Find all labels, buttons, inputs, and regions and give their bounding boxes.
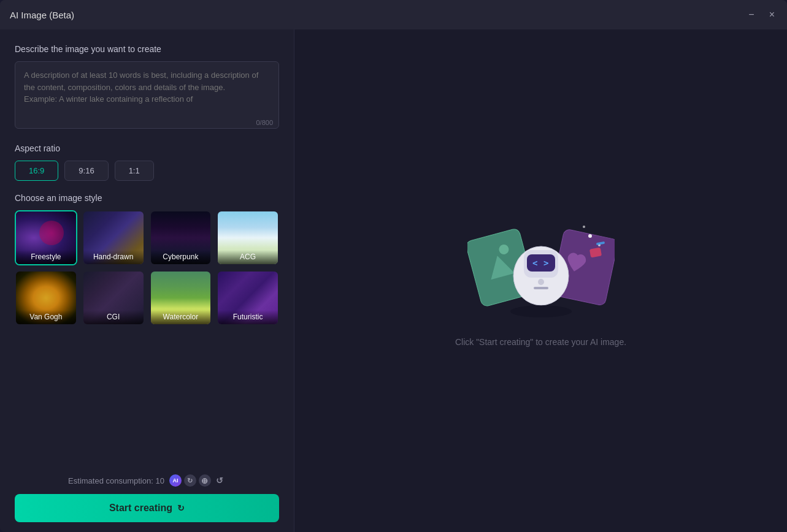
style-label-cyberpunk: Cyberpunk <box>151 250 211 264</box>
consumption-text: Estimated consumption: 10 <box>68 476 164 485</box>
style-grid: Freestyle Hand-drawn Cyberpunk ACG <box>15 210 279 325</box>
aspect-btn-9-16[interactable]: 9:16 <box>64 161 108 181</box>
svg-rect-14 <box>527 254 555 272</box>
left-panel: Describe the image you want to create 0/… <box>0 29 294 532</box>
close-button[interactable]: × <box>767 7 777 22</box>
footer-section: Estimated consumption: 10 AI ↻ ⊕ ↺ Start… <box>15 465 279 522</box>
style-card-watercolor[interactable]: Watercolor <box>150 270 212 325</box>
svg-text:<: < <box>532 258 537 268</box>
style-label-handdrawn: Hand-drawn <box>83 250 144 264</box>
char-count: 0/800 <box>256 119 273 126</box>
style-label-vangogh: Van Gogh <box>16 310 76 324</box>
ai-icon: AI <box>169 474 182 487</box>
start-btn-icon: ↻ <box>177 503 185 513</box>
consumption-icons: AI ↻ ⊕ ↺ <box>169 474 226 487</box>
start-btn-label: Start creating <box>109 503 172 514</box>
description-wrapper: 0/800 <box>15 61 279 131</box>
svg-rect-18 <box>534 287 548 289</box>
style-card-handdrawn[interactable]: Hand-drawn <box>82 210 145 265</box>
description-label: Describe the image you want to create <box>15 44 279 54</box>
svg-point-19 <box>510 305 572 317</box>
start-creating-button[interactable]: Start creating ↻ <box>15 494 279 522</box>
window-title: AI Image (Beta) <box>10 10 74 20</box>
style-label-futuristic: Futuristic <box>218 310 278 324</box>
style-card-cyberpunk[interactable]: Cyberpunk <box>150 210 212 265</box>
right-panel: < > Click "Start creating" to create you… <box>294 29 787 532</box>
aspect-buttons: 16:9 9:16 1:1 <box>15 161 279 181</box>
refresh-icon: ↻ <box>184 474 196 487</box>
style-card-acg[interactable]: ACG <box>217 210 279 265</box>
svg-point-8 <box>583 226 585 228</box>
style-card-futuristic[interactable]: Futuristic <box>217 270 279 325</box>
style-label: Choose an image style <box>15 193 279 203</box>
description-input[interactable] <box>15 61 279 129</box>
style-label-acg: ACG <box>218 250 278 264</box>
style-card-cgi[interactable]: CGI <box>82 270 145 325</box>
content-area: Describe the image you want to create 0/… <box>0 29 787 532</box>
style-label-freestyle: Freestyle <box>16 250 76 264</box>
aspect-ratio-section: Aspect ratio 16:9 9:16 1:1 <box>15 143 279 181</box>
style-label-cgi: CGI <box>83 310 144 324</box>
minimize-button[interactable]: − <box>746 7 756 22</box>
svg-point-6 <box>588 234 592 238</box>
style-label-watercolor: Watercolor <box>151 310 211 324</box>
aspect-ratio-label: Aspect ratio <box>15 143 279 153</box>
title-bar: AI Image (Beta) − × <box>0 0 787 29</box>
aspect-btn-1-1[interactable]: 1:1 <box>115 161 154 181</box>
style-card-vangogh[interactable]: Van Gogh <box>15 270 77 325</box>
plus-icon: ⊕ <box>199 474 211 487</box>
app-window: AI Image (Beta) − × Describe the image y… <box>0 0 787 532</box>
window-controls: − × <box>746 7 777 22</box>
reload-icon[interactable]: ↺ <box>213 474 226 487</box>
svg-text:>: > <box>543 258 548 268</box>
illustration: < > <box>467 215 615 325</box>
style-card-freestyle[interactable]: Freestyle <box>15 210 77 265</box>
svg-point-17 <box>538 279 544 285</box>
right-hint-text: Click "Start creating" to create your AI… <box>455 337 626 347</box>
aspect-btn-16-9[interactable]: 16:9 <box>15 161 58 181</box>
style-section: Choose an image style Freestyle Hand-dra… <box>15 193 279 465</box>
consumption-row: Estimated consumption: 10 AI ↻ ⊕ ↺ <box>15 474 279 487</box>
